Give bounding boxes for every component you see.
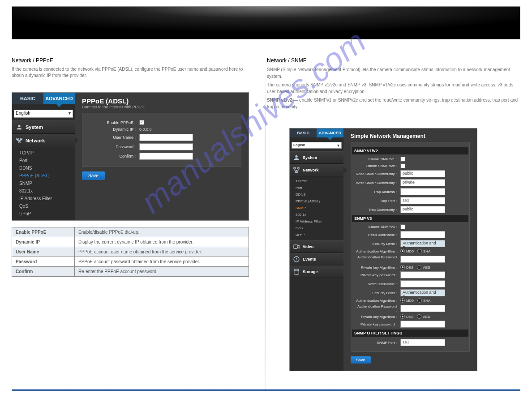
label-auth-pass-w: Authentication Password : — [356, 304, 400, 313]
sidebar-group-network-2[interactable]: Network — [290, 164, 343, 176]
svg-rect-5 — [294, 168, 296, 169]
system-icon — [16, 124, 23, 131]
sidebar-item-qos[interactable]: QoS — [19, 202, 71, 210]
input-username[interactable] — [139, 134, 193, 141]
svg-rect-6 — [297, 168, 299, 169]
label-priv-pass-w: Private-key password : — [356, 322, 400, 326]
sidebar-item-pppoe-2[interactable]: PPPoE (ADSL) — [296, 198, 341, 205]
right-para-3: SNMP v1/v2 — enable SNMPv1 or SNMPv2c an… — [267, 97, 520, 110]
table-d2: Display the current dynamic IP obtained … — [75, 237, 249, 247]
radio-aes-w[interactable]: AES — [417, 314, 430, 319]
input-trap-community[interactable]: public — [400, 206, 445, 213]
right-column: Network / SNMP SNMP (Simple Network Mana… — [267, 57, 520, 371]
language-select[interactable]: English — [14, 110, 73, 118]
sidebar-group-network-label: Network — [26, 138, 45, 143]
sidebar-item-port-2[interactable]: Port — [296, 184, 341, 191]
input-trap-address[interactable] — [400, 188, 445, 195]
table-h5: Confirm — [12, 267, 75, 277]
sidebar-item-pppoe[interactable]: PPPoE (ADSL) — [19, 172, 71, 180]
sidebar-group-video-label: Video — [303, 244, 313, 249]
tab-basic[interactable]: BASIC — [12, 93, 43, 104]
sidebar-group-network[interactable]: Network — [12, 134, 75, 147]
svg-point-0 — [18, 125, 20, 127]
right-para-3-text: — enable SNMPv1 or SNMPv2c and set the r… — [267, 98, 518, 109]
label-username: User Name : — [88, 135, 139, 140]
sidebar-item-dot1x-2[interactable]: 802.1x — [296, 211, 341, 218]
input-read-user[interactable] — [400, 231, 445, 238]
sidebar-item-upnp[interactable]: UPnP — [19, 210, 71, 218]
sidebar-group-events[interactable]: Events — [290, 253, 343, 265]
svg-point-4 — [295, 155, 297, 158]
sidebar-item-upnp-2[interactable]: UPnP — [296, 231, 341, 238]
checkbox-enable-v2[interactable] — [400, 163, 405, 168]
checkbox-enable-v3[interactable] — [400, 224, 405, 229]
language-select-2[interactable]: English — [292, 142, 342, 149]
sidebar-item-ddns-2[interactable]: DDNS — [296, 191, 341, 198]
sidebar-item-tcpip-2[interactable]: TCP/IP — [296, 178, 341, 184]
save-button[interactable]: Save — [82, 171, 105, 180]
radio-sha-w[interactable]: SHA — [417, 298, 430, 303]
label-password: Password : — [88, 145, 139, 149]
sidebar-group-system-2-label: System — [303, 155, 317, 160]
pppoe-screenshot: BASIC ADVANCED English System Network — [12, 92, 249, 221]
svg-point-10 — [294, 269, 299, 271]
sidebar-item-ipfilter[interactable]: IP Address Filter — [19, 195, 71, 202]
sidebar-item-snmp[interactable]: SNMP — [19, 180, 71, 187]
sidebar-group-system-label: System — [26, 124, 43, 130]
checkbox-enable-pppoe[interactable]: ✓ — [139, 120, 144, 125]
sidebar-group-storage[interactable]: Storage — [290, 265, 343, 278]
input-read-community[interactable]: public — [400, 170, 445, 177]
select-sec-level-w[interactable]: Authentication and Pr... — [400, 289, 445, 296]
sidebar-group-system-2[interactable]: System — [290, 151, 343, 164]
radio-md5-r[interactable]: MD5 — [400, 249, 414, 253]
save-button-2[interactable]: Save — [351, 356, 371, 364]
sidebar-item-snmp-2[interactable]: SNMP — [296, 205, 341, 211]
radio-des-r[interactable]: DES — [400, 265, 413, 270]
sidebar-item-ddns[interactable]: DDNS — [19, 164, 71, 172]
radio-des-w[interactable]: DES — [400, 314, 413, 319]
right-para-3-label: SNMP v1/v2 — [267, 98, 293, 103]
tab-advanced[interactable]: ADVANCED — [43, 93, 75, 104]
label-enable-v3: Enable SNMPv3 : — [356, 225, 400, 229]
label-auth-pass-r: Authentication Password : — [356, 255, 400, 263]
sidebar-item-port[interactable]: Port — [19, 157, 71, 164]
label-trap-community: Trap Community : — [356, 208, 400, 212]
radio-aes-r[interactable]: AES — [417, 265, 430, 270]
radio-md5-w[interactable]: MD5 — [400, 298, 414, 303]
sidebar-group-video[interactable]: Video — [290, 240, 343, 253]
label-trap-address: Trap Address : — [356, 190, 400, 194]
input-auth-pass-r[interactable] — [400, 256, 445, 263]
input-trap-port[interactable]: 162 — [400, 197, 445, 204]
sidebar-item-qos-2[interactable]: QoS — [296, 225, 341, 231]
label-sec-level-w: Security Level : — [356, 291, 400, 295]
system-icon — [293, 154, 300, 161]
select-sec-level-r[interactable]: Authentication and Pr... — [400, 240, 445, 247]
tab-basic-2[interactable]: BASIC — [290, 128, 317, 137]
sidebar-group-storage-label: Storage — [303, 270, 318, 274]
sidebar-item-dot1x[interactable]: 802.1x — [19, 187, 71, 195]
checkbox-enable-v1[interactable] — [400, 157, 405, 162]
left-column: Network / PPPoE If the camera is connect… — [12, 57, 249, 371]
input-confirm[interactable] — [139, 153, 193, 160]
tab-advanced-2[interactable]: ADVANCED — [317, 128, 343, 137]
input-write-community[interactable]: private — [400, 179, 445, 186]
sidebar-item-ipfilter-2[interactable]: IP Address Filter — [296, 218, 341, 225]
input-priv-pass-w[interactable] — [400, 321, 445, 328]
footer-rule — [12, 389, 520, 391]
page-header-band — [12, 6, 520, 39]
input-priv-pass-r[interactable] — [400, 271, 445, 278]
sidebar-group-network-2-label: Network — [303, 168, 319, 172]
sidebar-group-system[interactable]: System — [12, 120, 75, 134]
svg-rect-7 — [296, 171, 297, 173]
label-confirm: Confirm : — [88, 154, 139, 158]
input-password[interactable] — [139, 143, 193, 150]
panel-heading: PPPoE (ADSL) — [82, 97, 241, 105]
pppoe-param-table: Enable PPPoEEnable/disable PPPoE dial-up… — [12, 227, 249, 277]
sidebar-item-tcpip[interactable]: TCP/IP — [19, 149, 71, 157]
input-write-user[interactable] — [400, 280, 445, 287]
input-auth-pass-w[interactable] — [400, 305, 445, 312]
input-snmp-port[interactable]: 161 — [400, 339, 445, 346]
label-enable-pppoe: Enable PPPoE : — [88, 120, 139, 125]
label-priv-pass-r: Private-key password : — [356, 273, 400, 277]
radio-sha-r[interactable]: SHA — [417, 249, 430, 253]
